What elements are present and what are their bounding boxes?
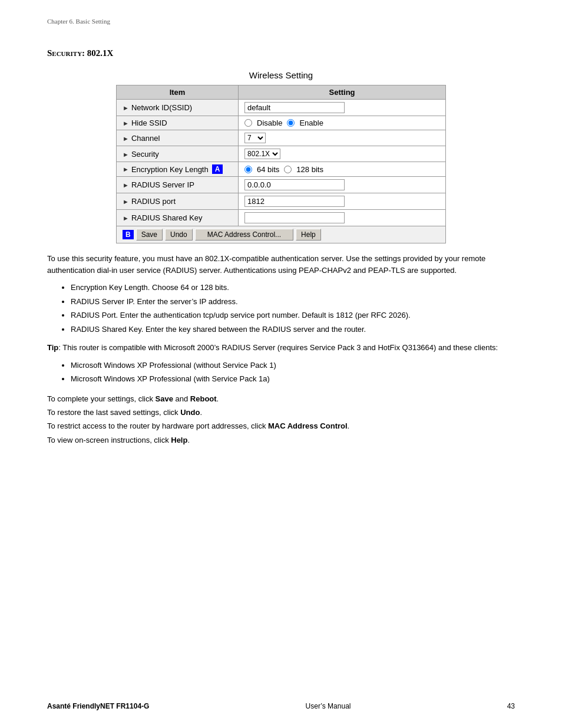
tip-bullets: Microsoft Windows XP Professional (witho… bbox=[71, 360, 507, 385]
mac-address-button[interactable]: MAC Address Control... bbox=[195, 229, 293, 241]
section-title: Security: 802.1X bbox=[47, 48, 515, 58]
enc-128-radio[interactable] bbox=[284, 166, 292, 173]
enc-128-label: 128 bits bbox=[296, 165, 323, 174]
enable-label: Enable bbox=[299, 118, 323, 127]
channel-select[interactable]: 7 1 2 3 4 5 6 8 9 10 11 bbox=[244, 133, 266, 143]
col-item-header: Item bbox=[117, 85, 239, 100]
footer-manual: User’s Manual bbox=[306, 702, 351, 710]
badge-a: A bbox=[212, 164, 223, 174]
row-value-radius-ip bbox=[239, 177, 446, 193]
row-label-hide-ssid: ►Hide SSID bbox=[117, 116, 239, 130]
row-value-radius-key bbox=[239, 210, 446, 226]
table-row: ► Encryption Key Length A 64 bits 128 bi… bbox=[117, 162, 446, 177]
hide-ssid-enable-radio[interactable] bbox=[287, 119, 295, 127]
reboot-bold: Reboot bbox=[190, 394, 217, 403]
table-row: ►RADIUS Shared Key bbox=[117, 210, 446, 226]
save-bold: Save bbox=[156, 394, 173, 403]
row-value-channel: 7 1 2 3 4 5 6 8 9 10 11 bbox=[239, 130, 446, 146]
row-label-channel: ►Channel bbox=[117, 130, 239, 146]
tip-label: Tip bbox=[47, 343, 58, 352]
tip-paragraph: Tip: This router is compatible with Micr… bbox=[47, 342, 507, 354]
undo-button[interactable]: Undo bbox=[165, 229, 193, 241]
table-row: ►RADIUS Server IP bbox=[117, 177, 446, 193]
enc-key-label: Encryption Key Length bbox=[131, 165, 209, 174]
complete-line-2: To restore the last saved settings, clic… bbox=[47, 406, 507, 419]
footer-page: 43 bbox=[507, 702, 515, 710]
row-value-hide-ssid: Disable Enable bbox=[239, 116, 446, 130]
page-footer: Asanté FriendlyNET FR1104-G User’s Manua… bbox=[47, 702, 515, 710]
row-label-ssid: ►Network ID(SSID) bbox=[117, 100, 239, 116]
row-label-radius-port: ►RADIUS port bbox=[117, 193, 239, 210]
arrow-icon: ► bbox=[123, 182, 129, 189]
table-row: ►Hide SSID Disable Enable bbox=[117, 116, 446, 130]
body-intro-text: To use this security feature, you must h… bbox=[47, 253, 507, 276]
badge-b: B bbox=[123, 230, 134, 239]
arrow-icon: ► bbox=[123, 104, 129, 111]
row-value-security: 802.1X None WEP WPA bbox=[239, 146, 446, 162]
arrow-icon: ► bbox=[123, 215, 129, 222]
complete-instructions: To complete your settings, click Save an… bbox=[47, 392, 507, 447]
wireless-setting-title: Wireless Setting bbox=[47, 70, 515, 80]
footer-product: Asanté FriendlyNET FR1104-G bbox=[47, 702, 149, 710]
arrow-icon: ► bbox=[123, 151, 129, 158]
radius-port-input[interactable] bbox=[244, 196, 345, 207]
bullet-2: RADIUS Server IP. Enter the server’s IP … bbox=[71, 296, 507, 308]
row-label-security: ►Security bbox=[117, 146, 239, 162]
col-setting-header: Setting bbox=[239, 85, 446, 100]
arrow-icon: ► bbox=[123, 198, 129, 205]
ssid-input[interactable] bbox=[244, 102, 345, 113]
feature-bullets: Encryption Key Length. Choose 64 or 128 … bbox=[71, 282, 507, 335]
enc-64-radio[interactable] bbox=[244, 166, 252, 173]
tip-text: : This router is compatible with Microso… bbox=[58, 343, 498, 352]
arrow-icon: ► bbox=[123, 120, 129, 127]
row-label-radius-key: ►RADIUS Shared Key bbox=[117, 210, 239, 226]
mac-bold: MAC Address Control bbox=[268, 421, 348, 430]
table-row: ►Network ID(SSID) bbox=[117, 100, 446, 116]
settings-table: Item Setting ►Network ID(SSID) ►Hide SSI… bbox=[116, 85, 446, 226]
complete-line-1: To complete your settings, click Save an… bbox=[47, 392, 507, 406]
table-row: ►Channel 7 1 2 3 4 5 6 8 9 10 11 bbox=[117, 130, 446, 146]
save-button[interactable]: Save bbox=[136, 229, 163, 241]
tip-bullet-2: Microsoft Windows XP Professional (with … bbox=[71, 373, 507, 385]
disable-label: Disable bbox=[257, 118, 282, 127]
row-value-radius-port bbox=[239, 193, 446, 210]
arrow-icon: ► bbox=[123, 135, 129, 142]
table-row: ►RADIUS port bbox=[117, 193, 446, 210]
hide-ssid-disable-radio[interactable] bbox=[244, 119, 252, 127]
table-row: ►Security 802.1X None WEP WPA bbox=[117, 146, 446, 162]
chapter-header: Chapter 6. Basic Setting bbox=[47, 18, 515, 25]
bullet-1: Encryption Key Length. Choose 64 or 128 … bbox=[71, 282, 507, 294]
radius-key-input[interactable] bbox=[244, 212, 345, 223]
row-value-enc-key: 64 bits 128 bits bbox=[239, 162, 446, 177]
complete-line-3: To restrict access to the router by hard… bbox=[47, 419, 507, 433]
row-label-enc-key: ► Encryption Key Length A bbox=[117, 162, 239, 177]
tip-bullet-1: Microsoft Windows XP Professional (witho… bbox=[71, 360, 507, 371]
row-value-ssid bbox=[239, 100, 446, 116]
bullet-4: RADIUS Shared Key. Enter the key shared … bbox=[71, 324, 507, 335]
radius-ip-input[interactable] bbox=[244, 179, 345, 190]
bullet-3: RADIUS Port. Enter the authentication tc… bbox=[71, 309, 507, 321]
help-bold: Help bbox=[171, 436, 187, 444]
row-label-radius-ip: ►RADIUS Server IP bbox=[117, 177, 239, 193]
undo-bold: Undo bbox=[180, 408, 200, 417]
complete-line-4: To view on-screen instructions, click He… bbox=[47, 433, 507, 447]
help-button[interactable]: Help bbox=[296, 229, 321, 241]
arrow-icon: ► bbox=[123, 166, 129, 173]
security-select[interactable]: 802.1X None WEP WPA bbox=[244, 149, 280, 159]
enc-64-label: 64 bits bbox=[257, 165, 279, 174]
